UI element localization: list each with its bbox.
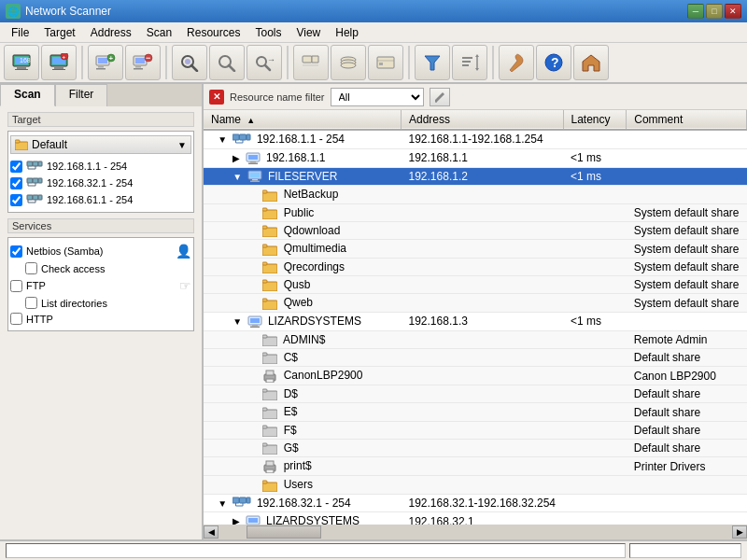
toolbar-find[interactable] <box>209 45 245 80</box>
toolbar-remove-target[interactable]: − <box>125 45 161 80</box>
table-row[interactable]: F$ Default share <box>204 421 747 439</box>
table-row[interactable]: ADMIN$ Remote Admin <box>204 330 747 348</box>
target-dropdown[interactable]: Default ▼ <box>10 135 191 154</box>
scan-target-3-checkbox[interactable] <box>10 194 22 206</box>
row-comment <box>627 148 747 167</box>
toolbar-home[interactable] <box>573 45 609 80</box>
menu-target[interactable]: Target <box>36 24 82 41</box>
toolbar-tools[interactable] <box>499 45 534 80</box>
table-row[interactable]: ▼ 192.168.32.1 - 254 192.168. <box>204 494 747 512</box>
table-row[interactable]: E$ Default share <box>204 403 747 421</box>
table-row[interactable]: ▼ LIZARDSYSTEMS 192.168.1.3 <1 ms <box>204 312 747 330</box>
table-row-selected[interactable]: ▼ FILESERVER 192.168.1.2 <1 ms <box>204 167 747 186</box>
svg-marker-40 <box>425 56 440 70</box>
menu-address[interactable]: Address <box>83 24 139 41</box>
hscroll-right-button[interactable]: ▶ <box>732 525 747 539</box>
table-row[interactable]: ▶ LIZARDSYSTEMS 192.168.32.1 <box>204 512 747 525</box>
menu-view[interactable]: View <box>289 24 328 41</box>
svg-rect-89 <box>262 208 267 211</box>
toolbar-find-next[interactable]: → <box>247 45 282 80</box>
svg-rect-115 <box>262 408 267 411</box>
menu-scan[interactable]: Scan <box>139 24 179 41</box>
minimize-button[interactable]: ─ <box>687 4 704 19</box>
col-header-address[interactable]: Address <box>402 110 563 130</box>
filter-edit-button[interactable] <box>430 88 450 106</box>
toolbar-sort[interactable] <box>452 45 487 80</box>
svg-rect-19 <box>135 66 141 68</box>
table-row[interactable]: D$ Default share <box>204 385 747 403</box>
results-table-container[interactable]: Name ▲ Address Latency Comment ▼ <box>204 110 747 525</box>
svg-rect-102 <box>252 325 258 327</box>
hscroll-thumb[interactable] <box>247 525 321 539</box>
table-row[interactable]: CanonLBP2900 Canon LBP2900 <box>204 367 747 385</box>
toolbar-search[interactable] <box>172 45 207 80</box>
table-row[interactable]: print$ Printer Drivers <box>204 457 747 476</box>
toolbar-resources-1[interactable] <box>293 45 329 80</box>
horizontal-scrollbar[interactable]: ◀ ▶ <box>204 525 747 539</box>
toolbar-resources-3[interactable] <box>368 45 403 80</box>
menu-help[interactable]: Help <box>328 24 366 41</box>
service-netbios-checkbox[interactable] <box>10 245 22 258</box>
maximize-button[interactable]: □ <box>706 4 723 19</box>
row-comment <box>627 312 747 330</box>
table-row[interactable]: NetBackup <box>204 186 747 203</box>
folder-admin-icon <box>262 407 277 419</box>
svg-rect-79 <box>248 155 258 160</box>
svg-rect-51 <box>15 140 20 143</box>
menu-tools[interactable]: Tools <box>247 24 289 41</box>
scan-target-1-label: 192.168.1.1 - 254 <box>47 161 127 172</box>
row-latency: <1 ms <box>563 312 627 330</box>
row-name: Public <box>204 203 402 221</box>
dropdown-arrow: ▼ <box>177 140 187 150</box>
table-row[interactable]: Qdownload System default share <box>204 222 747 240</box>
table-row[interactable]: Qmultimedia System default share <box>204 240 747 258</box>
tab-filter[interactable]: Filter <box>55 84 108 106</box>
folder-share-icon <box>262 261 277 273</box>
toolbar-add-target[interactable]: + <box>88 45 123 80</box>
toolbar-filter[interactable] <box>415 45 450 80</box>
service-ftp-checkbox[interactable] <box>10 280 22 292</box>
filter-select[interactable]: All <box>331 88 424 106</box>
col-header-latency[interactable]: Latency <box>563 110 627 130</box>
table-row[interactable]: Public System default share <box>204 203 747 221</box>
window-title: Network Scanner <box>25 5 111 18</box>
table-row[interactable]: Users <box>204 476 747 494</box>
folder-share-icon <box>262 225 277 237</box>
menu-file[interactable]: File <box>4 24 36 41</box>
service-ftp-label: FTP <box>26 280 46 291</box>
table-row[interactable]: G$ Default share <box>204 440 747 457</box>
svg-rect-99 <box>262 299 267 301</box>
col-header-comment[interactable]: Comment <box>627 110 747 130</box>
tab-scan[interactable]: Scan <box>0 84 55 106</box>
scan-target-1-checkbox[interactable] <box>10 161 22 173</box>
toolbar-scan-stop[interactable]: + <box>41 45 77 80</box>
row-latency <box>563 130 627 148</box>
toolbar-scan-start[interactable]: 168 <box>4 45 39 80</box>
service-check-access-checkbox[interactable] <box>25 262 37 274</box>
svg-rect-8 <box>52 69 65 70</box>
table-row[interactable]: ▼ 192.168.1.1 - 254 192.168.1 <box>204 130 747 148</box>
table-row[interactable]: Qrecordings System default share <box>204 258 747 275</box>
toolbar-help[interactable]: ? <box>536 45 571 80</box>
service-http-checkbox[interactable] <box>10 313 22 325</box>
scan-target-2-checkbox[interactable] <box>10 177 22 189</box>
table-row[interactable]: Qusb System default share <box>204 276 747 294</box>
row-comment <box>627 476 747 494</box>
computer-icon <box>247 315 262 329</box>
toolbar-resources-2[interactable] <box>331 45 366 80</box>
table-row[interactable]: C$ Default share <box>204 348 747 366</box>
network-icon <box>233 133 251 147</box>
hscroll-left-button[interactable]: ◀ <box>204 525 218 539</box>
table-row[interactable]: ▶ 192.168.1.1 192.168.1.1 <1 ms <box>204 148 747 167</box>
row-comment: Printer Drivers <box>627 457 747 476</box>
close-button[interactable]: ✕ <box>725 4 741 19</box>
title-bar: 🌐 Network Scanner ─ □ ✕ <box>0 0 747 22</box>
svg-rect-58 <box>27 178 33 183</box>
toolbar-sep-1 <box>81 46 83 79</box>
table-row[interactable]: Qweb System default share <box>204 294 747 312</box>
menu-resources[interactable]: Resources <box>179 24 247 41</box>
col-header-name[interactable]: Name ▲ <box>204 110 402 130</box>
service-list-dirs-checkbox[interactable] <box>25 297 37 309</box>
svg-rect-81 <box>248 162 258 164</box>
filter-clear-button[interactable]: ✕ <box>209 90 224 105</box>
